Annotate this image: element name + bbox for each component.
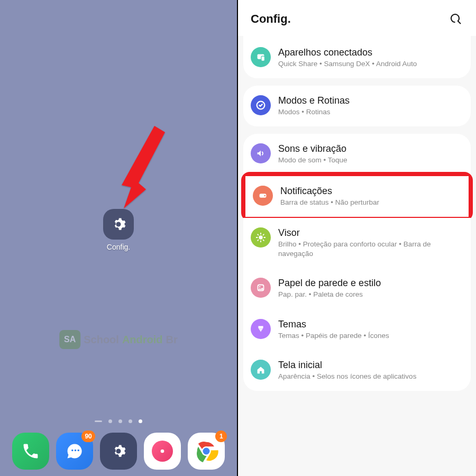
phone-icon — [21, 442, 40, 461]
row-subtitle: Brilho • Proteção para conforto ocular •… — [278, 240, 463, 259]
settings-card: Sons e vibração Modo de som • Toque — [243, 134, 471, 175]
devices-icon — [251, 47, 271, 67]
row-subtitle: Modo de som • Toque — [278, 155, 463, 165]
dock: 90 1 — [0, 433, 237, 470]
page-dot — [129, 419, 132, 423]
sounds-vibration-row[interactable]: Sons e vibração Modo de som • Toque — [243, 134, 471, 175]
row-title: Sons e vibração — [278, 143, 463, 154]
modes-routines-row[interactable]: Modos e Rotinas Modos • Rotinas — [243, 86, 471, 126]
messages-badge: 90 — [81, 431, 95, 442]
row-title: Papel de parede e estilo — [278, 278, 463, 289]
page-dash — [95, 420, 102, 422]
camera-icon — [152, 441, 173, 462]
camera-app-icon[interactable] — [144, 433, 181, 470]
row-subtitle: Modos • Rotinas — [278, 107, 463, 117]
svg-rect-5 — [261, 56, 264, 61]
svg-point-11 — [259, 286, 260, 287]
settings-screen: Config. Wi-Fi • Bluetooth • Gerenciador … — [237, 0, 476, 476]
display-icon — [251, 227, 271, 248]
connected-devices-row[interactable]: Aparelhos conectados Quick Share • Samsu… — [243, 38, 471, 78]
settings-list[interactable]: Wi-Fi • Bluetooth • Gerenciador de chip … — [238, 36, 476, 476]
row-subtitle: Quick Share • Samsung DeX • Android Auto — [278, 59, 463, 69]
svg-point-8 — [264, 195, 266, 197]
highlight-annotation: Notificações Barra de status • Não pertu… — [241, 172, 473, 221]
messages-app-icon[interactable]: 90 — [56, 433, 93, 470]
page-dot-active — [139, 419, 142, 423]
svg-rect-10 — [258, 285, 264, 291]
row-subtitle: Temas • Papéis de parede • Ícones — [278, 331, 463, 341]
settings-card: Notificações Barra de status • Não pertu… — [245, 176, 469, 217]
wallpaper-icon — [251, 278, 271, 298]
chat-icon — [65, 442, 84, 461]
settings-app-icon[interactable] — [100, 433, 137, 470]
display-row[interactable]: Visor Brilho • Proteção para conforto oc… — [243, 218, 471, 268]
page-title: Config. — [251, 12, 291, 26]
watermark: SA School Android Br — [59, 330, 178, 349]
settings-header: Config. — [238, 0, 476, 36]
chrome-app-icon[interactable]: 1 — [188, 433, 225, 470]
arrow-annotation — [113, 122, 171, 212]
svg-point-0 — [161, 450, 164, 453]
phone-app-icon[interactable] — [12, 433, 49, 470]
home-screen: Config. SA School Android Br 90 — [0, 0, 237, 476]
settings-card: Visor Brilho • Proteção para conforto oc… — [243, 218, 471, 391]
settings-card: Modos e Rotinas Modos • Rotinas — [243, 86, 471, 126]
settings-card: Wi-Fi • Bluetooth • Gerenciador de chip … — [243, 36, 471, 78]
row-title: Visor — [278, 227, 463, 239]
search-button[interactable] — [448, 12, 463, 26]
row-title: Aparelhos conectados — [278, 47, 463, 58]
row-title: Temas — [278, 319, 463, 330]
gear-icon — [109, 442, 128, 461]
chrome-icon — [193, 437, 220, 465]
row-title: Tela inicial — [278, 360, 463, 371]
config-app-icon[interactable] — [103, 209, 134, 240]
row-subtitle: Barra de status • Não perturbar — [280, 198, 461, 207]
themes-row[interactable]: Temas Temas • Papéis de parede • Ícones — [243, 309, 471, 350]
gear-icon — [109, 215, 128, 234]
row-title: Notificações — [280, 186, 461, 197]
row-title: Modos e Rotinas — [278, 95, 463, 106]
page-dot — [118, 419, 122, 423]
config-app-label: Config. — [107, 243, 130, 251]
page-dot — [108, 419, 112, 423]
home-screen-row[interactable]: Tela inicial Aparência • Selos nos ícone… — [243, 350, 471, 391]
svg-point-9 — [259, 235, 262, 239]
wallpaper-row[interactable]: Papel de parede e estilo Pap. par. • Pal… — [243, 268, 471, 309]
row-subtitle: Pap. par. • Paleta de cores — [278, 290, 463, 299]
home-icon — [251, 360, 271, 380]
themes-icon — [251, 319, 271, 339]
modes-icon — [251, 95, 271, 115]
chrome-badge: 1 — [215, 431, 227, 442]
sound-icon — [251, 143, 271, 163]
page-indicator[interactable] — [95, 419, 142, 423]
search-icon — [450, 13, 462, 25]
notifications-row[interactable]: Notificações Barra de status • Não pertu… — [245, 176, 469, 217]
notification-icon — [253, 186, 273, 206]
row-subtitle: Aparência • Selos nos ícones de aplicati… — [278, 372, 463, 381]
